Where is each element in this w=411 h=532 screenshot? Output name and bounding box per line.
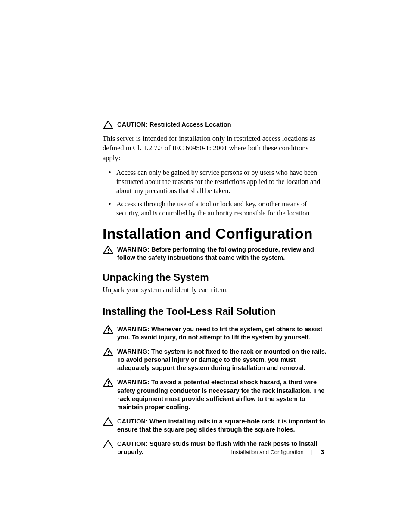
warning-triangle-icon [103,245,115,255]
warning-support-system: WARNING: The system is not fixed to the … [103,348,327,372]
warning-electrical-shock: WARNING: To avoid a potential electrical… [103,378,327,411]
caution-label: CAUTION: [117,418,148,425]
caution-label: CAUTION: [117,121,148,128]
warning-text: WARNING: The system is not fixed to the … [117,348,327,372]
warning-label: WARNING: [117,379,151,386]
caution-triangle-icon [103,417,115,426]
conditions-list: Access can only be gained by service per… [103,168,327,218]
svg-point-5 [108,354,109,355]
footer-separator: | [311,449,313,455]
warning-text: WARNING: Whenever you need to lift the s… [117,325,327,342]
intro-paragraph: This server is intended for installation… [103,134,327,163]
caution-text: CAUTION: When installing rails in a squa… [117,417,327,434]
warning-label: WARNING: [117,246,151,253]
caution-square-hole-rack: CAUTION: When installing rails in a squa… [103,417,327,434]
warning-review-safety: WARNING: Before performing the following… [103,246,327,262]
heading-unpacking: Unpacking the System [103,272,327,283]
heading-installation-configuration: Installation and Configuration [103,225,327,242]
caution-body: When installing rails in a square-hole r… [117,418,325,433]
heading-rail-solution: Installing the Tool-Less Rail Solution [103,306,327,317]
list-item: Access can only be gained by service per… [116,168,327,195]
warning-triangle-icon [103,378,115,387]
page-footer: Installation and Configuration | 3 [231,448,324,455]
caution-restricted-access: CAUTION: Restricted Access Location [103,121,327,130]
footer-page-number: 3 [321,448,324,455]
unpack-paragraph: Unpack your system and identify each ite… [103,285,327,295]
list-item: Access is through the use of a tool or l… [116,199,327,218]
warning-triangle-icon [103,347,115,357]
svg-point-7 [108,385,109,386]
svg-point-1 [108,252,109,253]
caution-label: CAUTION: [117,440,148,447]
caution-triangle-icon [103,120,115,130]
warning-text: WARNING: Before performing the following… [117,246,327,262]
caution-text: CAUTION: Restricted Access Location [117,121,327,129]
caution-triangle-icon [103,439,115,449]
svg-point-3 [108,332,109,333]
warning-label: WARNING: [117,348,151,355]
document-page: CAUTION: Restricted Access Location This… [0,0,411,532]
warning-text: WARNING: To avoid a potential electrical… [117,378,327,411]
caution-body: Restricted Access Location [149,121,231,128]
warning-lift-assist: WARNING: Whenever you need to lift the s… [103,325,327,342]
warning-triangle-icon [103,325,115,334]
footer-section-title: Installation and Configuration [231,449,303,455]
warning-label: WARNING: [117,326,151,333]
